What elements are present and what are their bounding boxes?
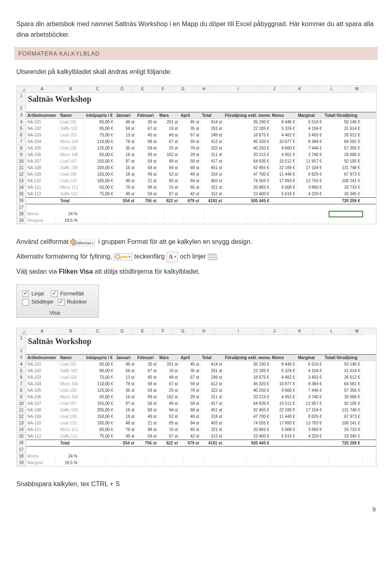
intro-text: Spara din arbetsbok med namnet Saltnäs W… — [16, 19, 376, 40]
instruction-2: Använd cellformat Cellformat ▾ i gruppen… — [16, 237, 376, 248]
text: Välj sedan via — [16, 268, 59, 275]
text-bold: Fliken Visa — [59, 268, 93, 275]
spreadsheet-2: ABCDEFGHIJKLM1Saltnäs Workshop23Artikeln… — [16, 328, 376, 467]
instruction-3: Alternativ formatering för fyllning, ▾ t… — [16, 251, 376, 262]
footer-instruction: Snabbspara kalkylen, tex CTRL + S — [16, 479, 376, 489]
checkbox-linjal[interactable] — [22, 290, 29, 297]
label-rubriker: Rubriker — [67, 299, 87, 305]
text: Alternativ formatering för fyllning, — [16, 253, 112, 260]
text: Använd cellformat — [16, 238, 69, 245]
checkbox-stodlinjer[interactable] — [22, 299, 29, 306]
fill-color-icon: ▾ — [114, 253, 132, 261]
label-stodlinjer: Stödlinjer — [31, 299, 53, 305]
checkbox-rubriker[interactable] — [58, 299, 65, 306]
visa-group-title: Visa — [22, 310, 87, 316]
visa-ribbon-group: Linjal Formelfält Stödlinjer Rubriker Vi… — [16, 284, 99, 318]
text: och linjer — [180, 253, 206, 260]
font-color-icon: A▾ — [167, 252, 178, 262]
label-linjal: Linjal — [31, 290, 44, 297]
borders-icon — [208, 254, 217, 260]
text: teckenfärg — [134, 253, 165, 260]
checkbox-formelfalt[interactable] — [51, 290, 58, 297]
text: i gruppen Format för att ge kalkylen en … — [98, 238, 252, 245]
instruction-4: Välj sedan via Fliken Visa att dölja stö… — [16, 266, 376, 277]
cellformat-icon: Cellformat ▾ — [72, 237, 95, 248]
instruction-1: Utseendet på kalkylbladet skall ändras e… — [16, 67, 376, 77]
text: att dölja stödlinjerna för kalkylbladet. — [93, 268, 200, 275]
spreadsheet-1: ABCDEFGHIJKLM1Saltnäs Workshop23Artikeln… — [16, 85, 376, 224]
page-number: 9 — [16, 506, 376, 513]
section-header: FORMATERA KALKYLBLAD — [14, 47, 378, 60]
label-formelfalt: Formelfält — [60, 290, 84, 297]
text: . — [217, 253, 218, 260]
